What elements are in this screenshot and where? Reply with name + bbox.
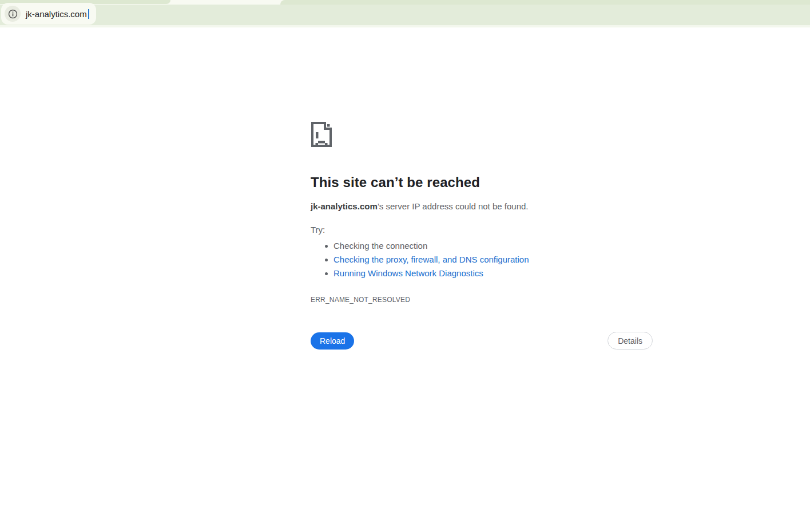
text-caret [88, 9, 90, 19]
toolbar-bottom-edge [0, 25, 810, 27]
reload-button[interactable]: Reload [311, 332, 354, 350]
address-bar[interactable]: jk-analytics.com [1, 3, 96, 25]
sad-file-icon [311, 121, 332, 148]
network-diagnostics-link[interactable]: Running Windows Network Diagnostics [333, 268, 483, 278]
details-button[interactable]: Details [608, 332, 653, 350]
suggestion-network-diagnostics: Running Windows Network Diagnostics [311, 267, 654, 280]
error-message: jk-analytics.com’s server IP address cou… [311, 201, 654, 211]
suggestion-check-connection: Checking the connection [311, 239, 654, 253]
error-message-domain: jk-analytics.com [311, 201, 378, 211]
error-page: This site can’t be reached jk-analytics.… [311, 121, 654, 350]
error-code: ERR_NAME_NOT_RESOLVED [311, 296, 654, 304]
suggestion-text: Checking the connection [333, 241, 427, 251]
error-title: This site can’t be reached [311, 174, 654, 190]
error-message-rest: ’s server IP address could not be found. [378, 201, 529, 211]
tab-shape[interactable] [280, 0, 810, 5]
browser-toolbar: jk-analytics.com [0, 0, 810, 27]
url-text[interactable]: jk-analytics.com [26, 9, 87, 19]
proxy-firewall-dns-link[interactable]: Checking the proxy, firewall, and DNS co… [333, 255, 529, 264]
suggestion-proxy-firewall-dns: Checking the proxy, firewall, and DNS co… [311, 253, 654, 267]
try-label: Try: [311, 225, 654, 235]
action-buttons-row: Reload Details [311, 332, 653, 350]
info-icon [8, 9, 18, 19]
suggestion-list: Checking the connection Checking the pro… [311, 239, 654, 280]
toolbar-background [0, 5, 810, 25]
site-info-button[interactable] [5, 6, 21, 22]
